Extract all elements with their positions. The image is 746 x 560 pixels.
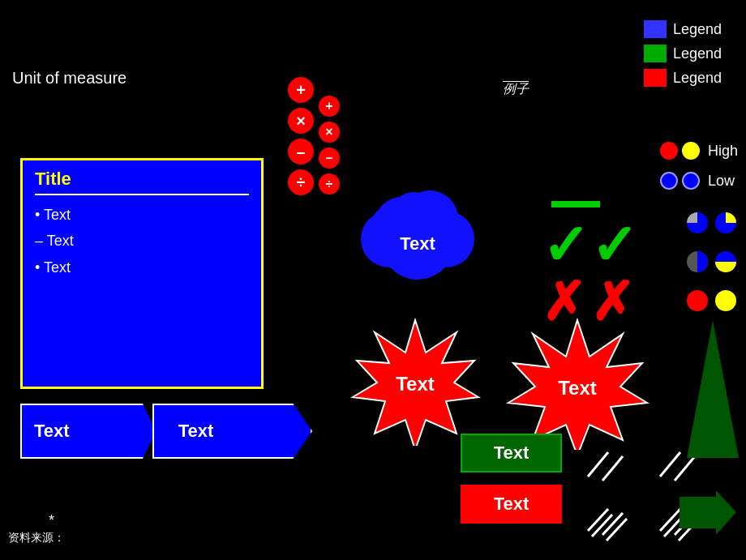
list-item-2: Text [35,228,249,254]
svg-point-13 [715,290,736,311]
arrow-box-left: Text [20,404,156,459]
list-item-1: Text [35,202,249,228]
chinese-label: 例子 [503,81,529,98]
svg-text:Text: Text [400,233,435,254]
pie-3b [714,289,738,313]
legend-item-blue: Legend [644,20,722,38]
svg-line-22 [588,509,608,531]
blue-list-box: Title Text Text Text [20,158,264,389]
checkmark-2: ✓ [590,217,638,274]
double-lines-svg-1 [580,502,645,551]
arrow-left-text: Text [34,421,70,442]
pie-1b [714,211,738,235]
low-row: Low [660,172,738,190]
starburst-1: Text [345,316,487,446]
cloud-shape: Text [345,158,499,280]
math-minus: – [288,139,314,165]
legend-item-red: Legend [644,69,722,87]
green-box-text: Text [494,442,529,464]
high-label: High [708,143,738,160]
svg-line-18 [588,452,608,477]
legend-color-red [644,69,667,87]
legend-color-green [644,45,667,62]
svg-marker-30 [687,320,739,458]
svg-text:Text: Text [558,377,597,399]
green-right-arrow [680,490,736,535]
legend-color-blue [644,20,667,38]
math-symbols-col2: + × – ÷ [319,96,340,195]
red-box-text: Text [494,494,529,515]
green-dash-line [551,201,600,207]
svg-point-12 [687,290,708,311]
source-label: 资料来源： [8,531,65,545]
pie-row-3 [685,289,738,313]
svg-line-19 [602,456,623,481]
list-item-3: Text [35,254,249,280]
svg-line-20 [660,452,680,477]
pie-charts-container [685,211,738,313]
green-tall-arrow [687,320,740,482]
math-divide-sm: ÷ [319,173,340,195]
pie-2b [714,250,738,274]
low-circle-blue2 [682,172,700,190]
checkmark-1: ✓ [542,217,590,274]
legend-container: Legend Legend Legend [644,20,722,87]
blue-box-list: Text Text Text [35,202,249,280]
legend-item-green: Legend [644,45,722,62]
unit-of-measure-label: Unit of measure [12,69,126,88]
math-divide: ÷ [288,169,314,195]
high-low-container: High Low [660,142,738,190]
svg-text:Text: Text [396,373,435,395]
red-text-box: Text [461,485,562,524]
math-times: × [288,108,314,134]
pie-1a [685,211,710,235]
high-circle-yellow [682,142,700,160]
starburst-2: Text [503,316,653,450]
high-circle-red [660,142,678,160]
low-label: Low [708,173,735,190]
math-plus: + [288,77,314,103]
arrow-box-container: Text Text [20,404,312,459]
green-text-box: Text [461,434,562,472]
math-plus-sm: + [319,96,340,117]
legend-label-green: Legend [673,45,722,62]
svg-line-24 [602,513,623,535]
svg-line-25 [607,519,627,541]
pie-3a [685,289,710,313]
low-circle-blue [660,172,678,190]
blue-box-title: Title [35,169,249,195]
legend-label-red: Legend [673,70,722,87]
arrow-box-right: Text [152,404,312,459]
math-symbols-col1: + × – ÷ [288,77,314,195]
pie-row-2 [685,250,738,274]
math-minus-sm: – [319,147,340,169]
legend-label-blue: Legend [673,21,722,38]
lines-svg-1 [580,444,645,493]
arrow-right-text: Text [178,421,214,442]
pie-2a [685,250,710,274]
svg-marker-31 [680,490,736,535]
svg-line-26 [660,509,680,531]
high-row: High [660,142,738,160]
pie-row-1 [685,211,738,235]
svg-line-23 [592,515,612,536]
math-times-sm: × [319,122,340,143]
asterisk: * [49,512,54,529]
